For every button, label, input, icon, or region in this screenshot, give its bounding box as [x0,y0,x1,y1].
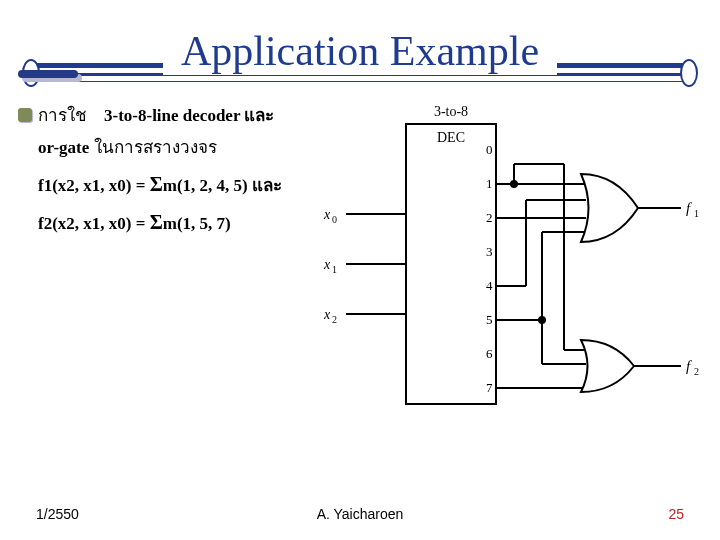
wires [496,164,586,388]
slide-footer: 1/2550 A. Yaicharoen 25 [0,506,720,530]
svg-text:2: 2 [332,314,337,325]
footer-left: 1/2550 [36,506,79,522]
f2-lhs: f2(x2, x1, x0) = [38,214,150,233]
svg-text:0: 0 [332,214,337,225]
svg-text:6: 6 [486,346,493,361]
input-x0: x [323,207,331,222]
slide-content: การใช 3-to-8-line decoder และ or-gate ใน… [20,100,700,490]
or-gate-f1: f1 [581,174,699,242]
description-text: การใช 3-to-8-line decoder และ or-gate ใน… [20,100,320,241]
svg-text:0: 0 [486,142,493,157]
text-line2b: ในการสรางวงจร [94,138,217,157]
bullet-icon [18,108,32,122]
f1-lhs: f1(x2, x1, x0) = [38,176,150,195]
svg-text:5: 5 [486,312,493,327]
f2-rhs: m(1, 5, 7) [163,214,231,233]
footer-center: A. Yaicharoen [317,506,404,522]
svg-text:2: 2 [694,366,699,377]
title-cap-right [680,59,698,87]
or-gate-f2: f2 [581,340,699,392]
output-f2: f [686,358,692,374]
svg-text:1: 1 [332,264,337,275]
svg-text:4: 4 [486,278,493,293]
decoder-block [406,124,496,404]
svg-text:7: 7 [486,380,493,395]
text-line1b: 3-to-8-line decoder และ [104,106,274,125]
svg-text:1: 1 [486,176,493,191]
decoder-label-bot: DEC [437,130,465,145]
input-x1: x [323,257,331,272]
decoder-diagram: 3-to-8 DEC x0 x1 x2 0 1 2 3 4 5 6 7 [286,104,706,444]
sigma-icon: Σ [150,173,163,195]
input-x2: x [323,307,331,322]
title-accent-bar [18,70,78,78]
f1-rhs: m(1, 2, 4, 5) และ [163,176,282,195]
footer-right: 25 [668,506,684,522]
svg-text:2: 2 [486,210,493,225]
svg-text:1: 1 [694,208,699,219]
output-f1: f [686,200,692,216]
decoder-label-top: 3-to-8 [434,104,468,119]
text-line1a: การใช [38,106,87,125]
svg-text:3: 3 [486,244,493,259]
title-area: Application Example [0,0,720,90]
sigma-icon: Σ [150,211,163,233]
slide-title: Application Example [163,27,557,75]
text-line2a: or-gate [38,138,89,157]
